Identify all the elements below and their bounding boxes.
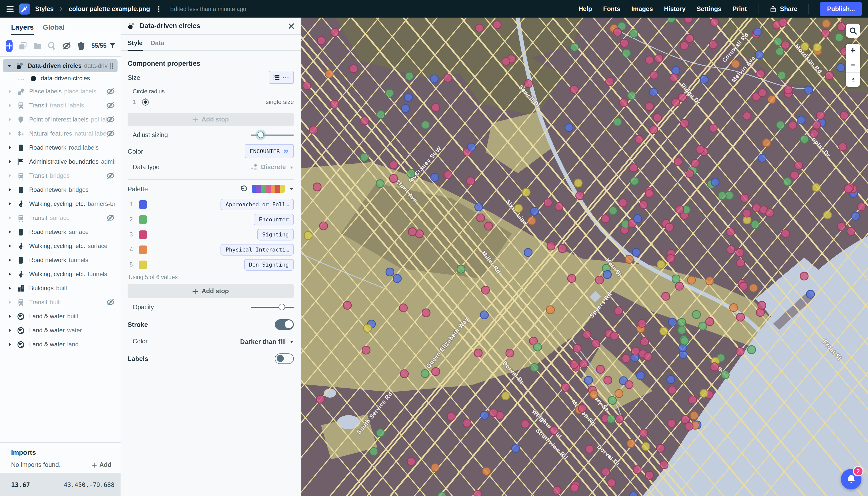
color-swatch[interactable]: [139, 230, 147, 239]
layer-row-land[interactable]: Land & waterland: [0, 337, 121, 352]
layer-row-place-labels[interactable]: Place labelsplace-labels: [0, 84, 121, 98]
delete-layer-icon[interactable]: [77, 42, 86, 50]
layer-row-admin[interactable]: Administrative boundariesadmin: [0, 155, 121, 169]
select-on-map-icon[interactable]: [48, 42, 56, 50]
eye-off-icon[interactable]: [106, 214, 115, 222]
mapbox-studio-logo[interactable]: [19, 3, 30, 14]
color-field-button[interactable]: ENCOUNTER: [245, 144, 294, 158]
topbar-nav-fonts[interactable]: Fonts: [603, 5, 620, 12]
palette-preview-strip[interactable]: [252, 185, 285, 193]
layer-row-tunnels[interactable]: Road networktunnels: [0, 253, 121, 267]
tab-style[interactable]: Style: [127, 40, 143, 50]
tab-data[interactable]: Data: [151, 40, 164, 50]
caret-right-icon[interactable]: [8, 286, 12, 290]
layer-row-selected[interactable]: Data-driven circles data-driven-circ: [3, 59, 118, 72]
stop-value-chip[interactable]: Physical Interacti…: [220, 244, 294, 255]
layer-row-built[interactable]: Transitbuilt: [0, 295, 121, 309]
tab-global[interactable]: Global: [43, 23, 64, 35]
eye-off-icon[interactable]: [106, 87, 115, 95]
caret-right-icon[interactable]: [8, 160, 12, 164]
add-size-stop-button[interactable]: Add stop: [127, 113, 294, 126]
map-canvas[interactable]: Sixth LineMiller RdMcCraney St WOxford A…: [301, 18, 868, 496]
eye-off-icon[interactable]: [106, 298, 115, 306]
stop-value-chip[interactable]: Sighting: [257, 229, 294, 240]
layer-row-surface[interactable]: Walking, cycling, etc.surface: [0, 239, 121, 253]
layer-row-surface[interactable]: Transitsurface: [0, 211, 121, 225]
adjust-sizing-slider[interactable]: [251, 131, 294, 139]
color-swatch[interactable]: [139, 260, 147, 269]
layer-row-barriers-bridges[interactable]: Walking, cycling, etc.barriers-bridges: [0, 197, 121, 211]
layer-row-water[interactable]: Land & waterwater: [0, 323, 121, 337]
size-options-button[interactable]: ...: [269, 71, 294, 84]
caret-down-icon[interactable]: [289, 186, 294, 191]
caret-right-icon[interactable]: [8, 174, 12, 178]
caret-right-icon[interactable]: [8, 230, 12, 234]
topbar-nav-help[interactable]: Help: [578, 5, 592, 12]
color-swatch[interactable]: [139, 200, 147, 208]
zoom-in-button[interactable]: +: [846, 44, 860, 58]
tab-layers[interactable]: Layers: [11, 23, 34, 35]
notifications-button[interactable]: 2: [841, 469, 862, 490]
eye-off-icon[interactable]: [106, 129, 115, 138]
caret-right-icon[interactable]: [8, 118, 12, 122]
drag-handle-icon[interactable]: [108, 62, 115, 69]
toggle-visibility-icon[interactable]: [62, 42, 71, 50]
color-swatch[interactable]: [139, 215, 147, 224]
opacity-slider[interactable]: [251, 304, 294, 311]
share-button[interactable]: Share: [769, 5, 797, 12]
caret-right-icon[interactable]: [8, 89, 12, 93]
stop-value-chip[interactable]: Encounter: [254, 214, 294, 225]
sublayer-kebab[interactable]: ...: [18, 75, 25, 82]
eye-off-icon[interactable]: [106, 172, 115, 180]
topbar-nav-print[interactable]: Print: [732, 5, 747, 12]
layer-row-poi-labels[interactable]: Point of interest labelspoi-labels: [0, 112, 121, 126]
color-swatch[interactable]: [139, 245, 147, 254]
caret-down-icon[interactable]: [7, 63, 12, 68]
stop-value-chip[interactable]: Approached or Foll…: [220, 199, 294, 210]
labels-toggle[interactable]: [275, 353, 294, 364]
caret-right-icon[interactable]: [8, 145, 12, 150]
layer-row-natural-labels[interactable]: Natural featuresnatural-labels: [0, 126, 121, 141]
caret-right-icon[interactable]: [8, 328, 12, 332]
layer-row-road-labels[interactable]: Road networkroad-labels: [0, 141, 121, 155]
circle-radius-stop-icon[interactable]: [141, 98, 150, 106]
caret-right-icon[interactable]: [8, 216, 12, 220]
breadcrumb-styles[interactable]: Styles: [35, 5, 54, 12]
data-type-dropdown[interactable]: Discrete: [250, 164, 294, 171]
topbar-nav-images[interactable]: Images: [631, 5, 653, 12]
eye-off-icon[interactable]: [106, 102, 115, 109]
reset-palette-icon[interactable]: [240, 185, 247, 192]
layer-row-bridges[interactable]: Road networkbridges: [0, 183, 121, 197]
zoom-out-button[interactable]: −: [846, 58, 860, 72]
layer-row-tunnels[interactable]: Walking, cycling, etc.tunnels: [0, 267, 121, 281]
add-palette-stop-button[interactable]: Add stop: [127, 284, 294, 298]
caret-right-icon[interactable]: [8, 188, 12, 192]
caret-right-icon[interactable]: [8, 272, 12, 276]
stroke-color-dropdown[interactable]: Darker than fill: [240, 338, 294, 345]
map-search-button[interactable]: [846, 24, 860, 38]
slider-handle[interactable]: [257, 131, 264, 138]
publish-button[interactable]: Publish...: [820, 2, 862, 16]
caret-right-icon[interactable]: [8, 244, 12, 248]
caret-right-icon[interactable]: [8, 300, 12, 304]
stop-value-chip[interactable]: Den Sighting: [244, 259, 294, 270]
layer-row-transit-labels[interactable]: Transittransit-labels: [0, 98, 121, 112]
caret-right-icon[interactable]: [8, 131, 12, 136]
layer-row-built[interactable]: Buildingsbuilt: [0, 281, 121, 295]
topbar-nav-settings[interactable]: Settings: [697, 5, 721, 12]
layer-row-child[interactable]: ... data-driven-circles: [0, 72, 121, 84]
filter-icon[interactable]: [109, 42, 116, 49]
caret-right-icon[interactable]: [8, 314, 12, 318]
add-layer-button[interactable]: [6, 40, 13, 52]
stroke-toggle[interactable]: [275, 319, 294, 329]
duplicate-layer-icon[interactable]: [19, 42, 27, 50]
style-options-kebab-icon[interactable]: [155, 5, 162, 12]
topbar-nav-history[interactable]: History: [664, 5, 686, 12]
caret-right-icon[interactable]: [8, 342, 12, 346]
menu-hamburger-icon[interactable]: [6, 5, 14, 13]
slider-handle[interactable]: [278, 304, 285, 310]
imports-add-button[interactable]: Add: [91, 461, 111, 468]
close-icon[interactable]: [288, 22, 295, 29]
layer-row-built[interactable]: Land & waterbuilt: [0, 309, 121, 323]
eye-off-icon[interactable]: [106, 115, 115, 124]
